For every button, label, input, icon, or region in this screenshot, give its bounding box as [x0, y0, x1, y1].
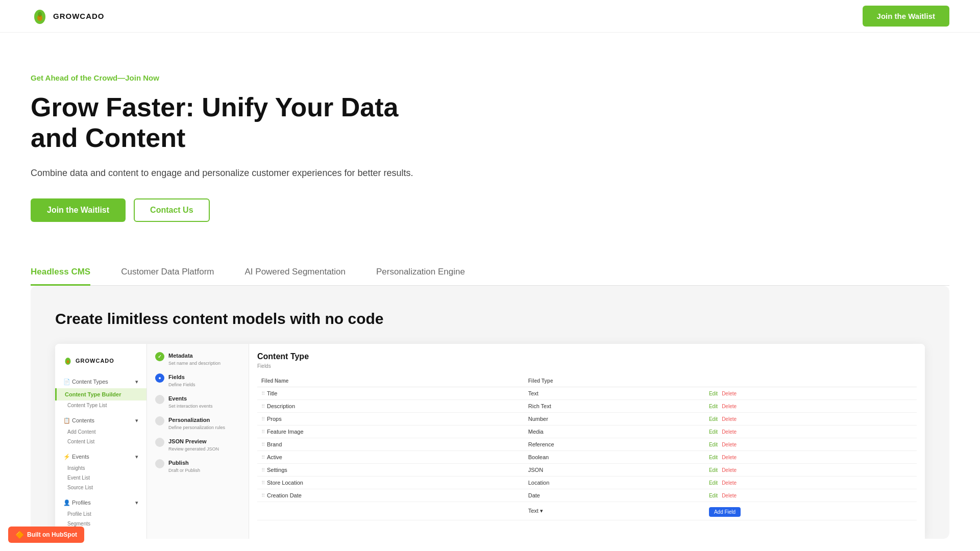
mock-table-subtitle: Fields — [257, 363, 917, 369]
table-row: ⠿Title Text EditDelete — [257, 387, 917, 400]
mock-step-publish: Publish Draft or Publish — [155, 459, 240, 473]
navbar: GROWCADO Join the Waitlist — [0, 0, 980, 33]
col-field-type: Filed Type — [524, 375, 705, 387]
mock-nav-contents[interactable]: 📋 Contents▾ — [55, 414, 146, 427]
mock-nav-event-list[interactable]: Event List — [55, 473, 146, 483]
mock-nav-insights[interactable]: Insights — [55, 463, 146, 473]
hubspot-badge: 🔶 Built on HubSpot — [8, 527, 84, 543]
hubspot-icon: 🔶 — [15, 531, 24, 539]
logo: GROWCADO — [31, 7, 105, 26]
hero-contact-button[interactable]: Contact Us — [134, 198, 209, 222]
mock-step-json-circle — [155, 438, 164, 447]
table-row: ⠿Creation Date Date EditDelete — [257, 489, 917, 502]
mock-step-events: Events Set interaction events — [155, 395, 240, 409]
table-row: ⠿Store Location Location EditDelete — [257, 477, 917, 489]
mock-step-events-circle — [155, 395, 164, 404]
mock-sidebar: GROWCADO 📄 Content Types▾ Content Type B… — [55, 344, 147, 539]
mock-nav-content-types[interactable]: 📄 Content Types▾ — [55, 375, 146, 388]
mock-nav-group-contents: 📋 Contents▾ Add Content Content List — [55, 412, 146, 448]
mock-logo-icon — [63, 356, 72, 365]
mock-table-title: Content Type — [257, 352, 917, 361]
hero-title: Grow Faster: Unify Your Data and Content — [31, 92, 429, 154]
fields-table: Filed Name Filed Type ⠿Title Text EditDe… — [257, 375, 917, 520]
mock-nav-group-events: ⚡ Events▾ Insights Event List Source Lis… — [55, 448, 146, 494]
mock-nav-add-content[interactable]: Add Content — [55, 427, 146, 437]
mock-step-fields: ● Fields Define Fields — [155, 373, 240, 388]
tabs-bar: Headless CMS Customer Data Platform AI P… — [31, 267, 949, 286]
tab-customer-data-platform[interactable]: Customer Data Platform — [121, 267, 214, 286]
mock-nav-profiles[interactable]: 👤 Profiles▾ — [55, 496, 146, 509]
logo-text: GROWCADO — [53, 12, 105, 20]
tab-ai-powered-segmentation[interactable]: AI Powered Segmentation — [245, 267, 346, 286]
table-row: ⠿Active Boolean EditDelete — [257, 451, 917, 464]
table-row: ⠿Brand Reference EditDelete — [257, 438, 917, 451]
mock-step-fields-circle: ● — [155, 373, 164, 383]
mock-step-publish-circle — [155, 459, 164, 468]
mock-nav-content-type-builder[interactable]: Content Type Builder — [55, 388, 146, 400]
hero-section: Get Ahead of the Crowd—Join Now Grow Fas… — [0, 33, 459, 242]
tab-personalization-engine[interactable]: Personalization Engine — [376, 267, 465, 286]
mock-step-json-preview: JSON Preview Review generated JSON — [155, 438, 240, 452]
mock-logo-row: GROWCADO — [55, 352, 146, 373]
mock-step-metadata: ✓ Metadata Set name and description — [155, 352, 240, 366]
hubspot-label: Built on HubSpot — [27, 531, 77, 538]
mock-nav-group-content-types: 📄 Content Types▾ Content Type Builder Co… — [55, 373, 146, 412]
table-row: ⠿Feature Image Media EditDelete — [257, 425, 917, 438]
hero-waitlist-button[interactable]: Join the Waitlist — [31, 198, 126, 222]
mock-step-personalization: Personalization Define personalization r… — [155, 416, 240, 431]
nav-waitlist-button[interactable]: Join the Waitlist — [863, 6, 949, 27]
table-row-add: Text ▾ Add Field — [257, 502, 917, 520]
mock-logo-text: GROWCADO — [76, 358, 114, 364]
mock-nav-source-list[interactable]: Source List — [55, 483, 146, 492]
logo-icon — [31, 7, 49, 26]
tabs-section: Headless CMS Customer Data Platform AI P… — [0, 242, 980, 286]
mock-nav-content-type-list[interactable]: Content Type List — [55, 400, 146, 410]
mock-nav-group-profiles: 👤 Profiles▾ Profile List Segments — [55, 494, 146, 531]
mock-steps-panel: ✓ Metadata Set name and description ● Fi… — [147, 344, 249, 539]
panel-title: Create limitless content models with no … — [55, 310, 925, 328]
table-row: ⠿Description Rich Text EditDelete — [257, 400, 917, 413]
hero-buttons: Join the Waitlist Contact Us — [31, 198, 429, 222]
hero-eyebrow: Get Ahead of the Crowd—Join Now — [31, 73, 429, 82]
mock-nav-events[interactable]: ⚡ Events▾ — [55, 450, 146, 463]
hero-subtitle: Combine data and content to engage and p… — [31, 166, 429, 181]
mock-nav-content-list[interactable]: Content List — [55, 437, 146, 446]
mock-step-metadata-circle: ✓ — [155, 352, 164, 361]
mockup-container: GROWCADO 📄 Content Types▾ Content Type B… — [55, 344, 925, 539]
col-field-name: Filed Name — [257, 375, 524, 387]
col-actions — [705, 375, 917, 387]
add-field-button[interactable]: Add Field — [709, 507, 741, 517]
svg-point-4 — [67, 360, 69, 363]
mock-step-personalization-circle — [155, 416, 164, 425]
mock-table-panel: Content Type Fields Filed Name Filed Typ… — [249, 344, 925, 539]
table-row: ⠿Props Number EditDelete — [257, 413, 917, 425]
content-panel: Create limitless content models with no … — [31, 286, 949, 539]
svg-point-2 — [38, 12, 42, 17]
tab-headless-cms[interactable]: Headless CMS — [31, 267, 90, 286]
table-row: ⠿Settings JSON EditDelete — [257, 464, 917, 477]
mock-nav-profile-list[interactable]: Profile List — [55, 509, 146, 519]
